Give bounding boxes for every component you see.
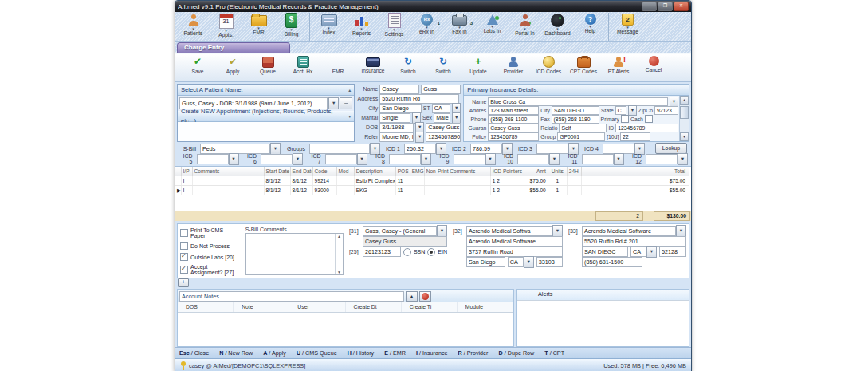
icd-field[interactable]: [389, 154, 421, 164]
phone-field[interactable]: 1234567890: [426, 132, 461, 142]
title-bar[interactable]: A.I.med v9.1 Pro (Electronic Medical Rec…: [175, 1, 691, 12]
ins-address-field[interactable]: 123 Main street: [488, 106, 539, 115]
ins-name-field[interactable]: Blue Cross Ca: [488, 97, 668, 106]
box32-dropdown-button[interactable]: ▼: [552, 225, 563, 237]
scroll-up-icon[interactable]: ▲: [337, 234, 341, 239]
icd-field[interactable]: [646, 154, 678, 164]
charge-toolbar-button[interactable]: Update: [461, 55, 496, 81]
charge-row[interactable]: I 8/1/12 8/1/12 99214 Estb Pt Complex 11…: [175, 176, 689, 186]
grid-column-header[interactable]: [175, 167, 181, 176]
ssn-radio[interactable]: [403, 248, 411, 256]
charge-toolbar-button[interactable]: Switch: [391, 55, 426, 81]
checkbox[interactable]: [180, 253, 188, 261]
ins-relation-field[interactable]: Self: [559, 124, 607, 132]
ins-city-field[interactable]: SAN DIEGO: [552, 106, 599, 115]
charge-row[interactable]: ▶ I 8/1/12 8/1/12 93000 EKG 11 1 2 $55.0…: [175, 186, 689, 195]
icd-dropdown-button[interactable]: ▼: [678, 153, 688, 165]
icd-field[interactable]: [325, 154, 357, 164]
grid-column-header[interactable]: Amt: [524, 167, 548, 176]
add-note-button[interactable]: ▴: [406, 291, 418, 302]
charge-toolbar-button[interactable]: Acct. Hx: [285, 55, 320, 81]
charge-toolbar-button[interactable]: Provider: [496, 55, 531, 81]
grid-column-header[interactable]: Description: [354, 167, 395, 176]
grid-column-header[interactable]: ICD Pointers: [490, 167, 524, 176]
main-toolbar-item[interactable]: ▾ Appts.: [210, 13, 242, 41]
charge-toolbar-button[interactable]: Insurance: [355, 55, 391, 81]
icd-field[interactable]: [582, 154, 614, 164]
main-toolbar-item[interactable]: ▾ Dashboard: [541, 13, 574, 41]
box31-dropdown-button[interactable]: ▼: [437, 225, 447, 237]
maximize-button[interactable]: ❐: [658, 2, 673, 11]
icd-dropdown-button[interactable]: ▼: [357, 153, 367, 165]
expand-icon[interactable]: ▾: [348, 112, 351, 121]
scroll-down-icon[interactable]: ▼: [337, 270, 341, 274]
main-toolbar-item[interactable]: ▾ Reports: [345, 13, 378, 41]
ins-policy-field[interactable]: 123456789: [488, 132, 539, 141]
icd-dropdown-button[interactable]: ▼: [293, 153, 303, 165]
box33-zip-field[interactable]: 52128: [659, 247, 686, 257]
notes-column-header[interactable]: Note: [234, 302, 289, 312]
grid-column-header[interactable]: Start Date: [264, 167, 290, 176]
delete-note-button[interactable]: [419, 291, 431, 302]
sex-field[interactable]: Male: [434, 113, 450, 123]
primary-checkbox[interactable]: [621, 115, 629, 123]
refer-dropdown-button[interactable]: ▼: [415, 132, 424, 143]
charge-toolbar-button[interactable]: EMR: [320, 55, 355, 81]
grid-column-header[interactable]: End Date: [290, 167, 312, 176]
dob-field[interactable]: 3/1/1988: [379, 123, 414, 132]
box33-combo[interactable]: Acrendo Medical Software: [582, 226, 676, 236]
box33-dropdown-button[interactable]: ▼: [676, 225, 686, 237]
notes-column-header[interactable]: Create Dt: [346, 302, 402, 312]
grid-column-header[interactable]: Comments: [192, 167, 264, 176]
grid-column-header[interactable]: Total: [581, 167, 689, 176]
ins-zip-field[interactable]: 92123: [654, 106, 678, 115]
grid-column-header[interactable]: 24H: [567, 167, 581, 176]
sbill-comments-scrollbar[interactable]: ▲▼: [335, 234, 343, 274]
patient-select-header[interactable]: Select A Patient Name: ▴: [178, 85, 354, 96]
scroll-down-icon[interactable]: ▼: [680, 132, 689, 141]
ins-state-field[interactable]: C: [615, 106, 626, 115]
insurance-scrollbar[interactable]: ▲ ▼: [679, 96, 689, 141]
last-name-field[interactable]: Guss: [421, 85, 461, 94]
main-toolbar-item[interactable]: ▾ Message: [611, 13, 644, 41]
grid-column-header[interactable]: Mod: [336, 167, 354, 176]
checkbox[interactable]: [180, 229, 188, 237]
checkbox-row[interactable]: Print To CMS Paper: [180, 227, 240, 239]
charge-toolbar-button[interactable]: ! PT Alerts: [601, 55, 636, 81]
refer-field[interactable]: Moore MD, I: [379, 132, 414, 142]
box33-state-field[interactable]: CA: [630, 247, 646, 257]
icd-field[interactable]: [261, 154, 293, 164]
box32-name-field[interactable]: Acrendo Medical Software: [466, 236, 563, 247]
box32-city-field[interactable]: San Diego: [466, 257, 505, 267]
main-toolbar-item[interactable]: ▾ EMR: [242, 13, 275, 41]
checkbox[interactable]: [180, 266, 188, 274]
charge-toolbar-button[interactable]: Cancel: [636, 55, 671, 81]
charge-toolbar-button[interactable]: ICD Codes: [531, 55, 566, 81]
main-toolbar-item[interactable]: ▾ Portal In: [509, 13, 541, 41]
ins-10d-field[interactable]: 22: [620, 132, 650, 141]
ins-guarantor-field[interactable]: Casey Guss: [488, 124, 539, 132]
box32-combo[interactable]: Acrendo Medical Softwa: [466, 226, 552, 236]
ins-group-field[interactable]: GP0001: [557, 132, 605, 141]
minimize-button[interactable]: —: [642, 2, 657, 11]
state-field[interactable]: CA: [432, 104, 450, 113]
ins-phone-field[interactable]: (858) 268-1100: [488, 115, 539, 124]
checkbox-row[interactable]: Outside Labs [20]: [180, 253, 240, 261]
grid-column-header[interactable]: Units: [548, 167, 567, 176]
close-button[interactable]: ✕: [674, 2, 689, 11]
main-toolbar-item[interactable]: ▾ Labs In: [476, 13, 509, 41]
marital-field[interactable]: Single: [379, 113, 410, 123]
grid-column-header[interactable]: POS: [395, 167, 410, 176]
main-toolbar-item[interactable]: ▾ eRx In 1: [410, 13, 443, 41]
box31-name-field[interactable]: Casey Guss: [363, 236, 447, 247]
alerts-body[interactable]: [517, 301, 689, 346]
sex-dropdown-button[interactable]: ▼: [452, 112, 461, 124]
main-toolbar-item[interactable]: ▾ Help: [574, 13, 609, 41]
notes-column-header[interactable]: Create Ti: [402, 302, 458, 312]
first-name-field[interactable]: Casey: [379, 85, 419, 94]
main-toolbar-item[interactable]: ▾ Settings: [378, 13, 410, 41]
account-notes-body[interactable]: [178, 313, 513, 346]
icd-dropdown-button[interactable]: ▼: [485, 153, 496, 165]
box25-tin-field[interactable]: 26123123: [363, 247, 401, 257]
tab-charge-entry[interactable]: Charge Entry: [177, 42, 290, 53]
